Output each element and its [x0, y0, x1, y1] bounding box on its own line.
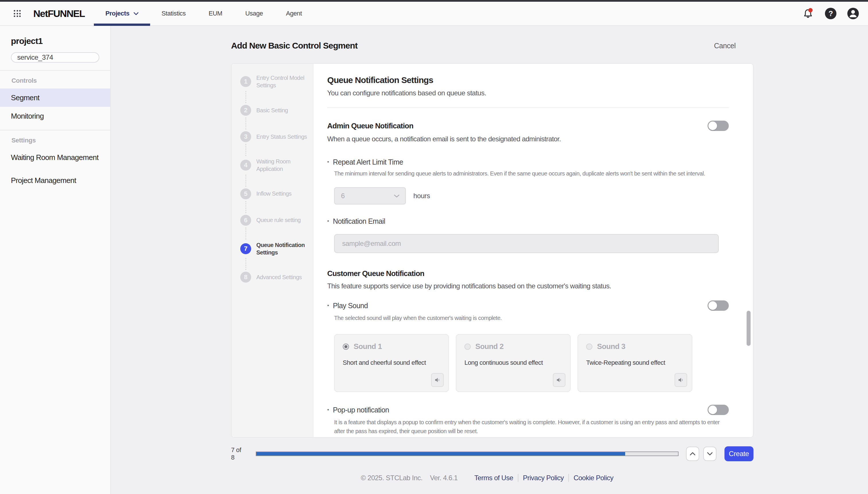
sound-2-radio[interactable] — [465, 343, 471, 350]
step-1-entry-control-model-settings[interactable]: 1 Entry Control Model Settings — [240, 74, 313, 89]
sidebar-item-label: Monitoring — [11, 112, 44, 121]
chevron-up-icon — [690, 452, 695, 456]
service-selector[interactable]: service_374 — [11, 52, 99, 63]
footer-links: Terms of Use Privacy Policy Cookie Polic… — [470, 474, 618, 482]
step-7-queue-notification-settings[interactable]: 7 Queue Notification Settings — [240, 241, 313, 256]
step-circle: 6 — [240, 215, 251, 226]
user-avatar-icon[interactable] — [847, 7, 860, 20]
sound-2-preview-button[interactable] — [553, 373, 566, 387]
sound-option-3[interactable]: Sound 3 Twice-Repeating sound effect — [577, 334, 692, 392]
nav-item-eum[interactable]: EUM — [197, 2, 234, 25]
step-circle: 1 — [240, 76, 251, 87]
sidebar-section-controls: Controls — [12, 77, 110, 84]
apps-grid-icon[interactable] — [11, 7, 23, 20]
sidebar-divider — [0, 70, 110, 71]
terms-of-use-link[interactable]: Terms of Use — [470, 474, 517, 482]
step-6-queue-rule-setting[interactable]: 6 Queue rule setting — [240, 215, 313, 226]
sidebar-divider — [0, 130, 110, 130]
step-circle: 8 — [240, 272, 251, 283]
nav-item-label: Statistics — [162, 10, 186, 17]
sidebar-item-project-management[interactable]: Project Management — [0, 171, 110, 190]
repeat-alert-limit-time-label: Repeat Alert Limit Time — [327, 158, 729, 166]
sound-1-radio[interactable] — [343, 343, 349, 350]
nav-item-usage[interactable]: Usage — [234, 2, 275, 25]
sound-1-preview-button[interactable] — [431, 373, 444, 387]
copyright: © 2025. STCLab Inc. — [361, 474, 422, 482]
popup-notification-helper: It is a feature that displays a popup to… — [334, 418, 726, 436]
popup-notification-label: Pop-up notification — [327, 406, 389, 414]
step-circle: 5 — [240, 188, 251, 199]
speaker-icon — [677, 377, 684, 383]
nav-item-label: Agent — [286, 10, 302, 17]
step-label: Basic Setting — [256, 107, 310, 114]
sidebar-item-label: Segment — [11, 93, 39, 102]
wizard-card: 1 Entry Control Model Settings 2 Basic S… — [231, 63, 753, 438]
nav-item-label: Projects — [105, 10, 130, 17]
top-navigation: NetFUNNEL Projects Statistics EUM Usage … — [0, 2, 868, 26]
sidebar-item-monitoring[interactable]: Monitoring — [0, 107, 110, 125]
step-8-advanced-settings[interactable]: 8 Advanced Settings — [240, 272, 313, 283]
sound-3-preview-button[interactable] — [674, 373, 687, 387]
cancel-button[interactable]: Cancel — [714, 42, 736, 50]
nav-item-projects[interactable]: Projects — [94, 2, 150, 25]
next-step-button[interactable] — [703, 446, 716, 461]
sidebar-item-segment[interactable]: Segment — [0, 89, 110, 107]
admin-queue-notification-toggle[interactable] — [708, 121, 729, 131]
page-footer: © 2025. STCLab Inc. Ver. 4.6.1 Terms of … — [111, 474, 868, 482]
step-connector — [245, 91, 313, 103]
create-button[interactable]: Create — [725, 446, 753, 461]
section-subheading: You can configure notifications based on… — [327, 89, 729, 97]
step-circle: 2 — [240, 105, 251, 116]
nav-item-agent[interactable]: Agent — [274, 2, 313, 25]
popup-notification-toggle[interactable] — [708, 405, 729, 415]
sound-option-2[interactable]: Sound 2 Long continuous sound effect — [456, 334, 571, 392]
page-title: Add New Basic Control Segment — [231, 41, 358, 51]
popup-notification-field: Pop-up notification It is a feature that… — [327, 405, 729, 436]
step-label: Entry Status Settings — [256, 133, 310, 140]
notification-bell-icon[interactable] — [802, 7, 815, 20]
sound-name: Sound 3 — [597, 342, 625, 351]
wizard-stepper: 1 Entry Control Model Settings 2 Basic S… — [232, 64, 313, 437]
sidebar-section-settings: Settings — [12, 137, 110, 144]
step-2-basic-setting[interactable]: 2 Basic Setting — [240, 105, 313, 116]
sound-option-1[interactable]: Sound 1 Short and cheerful sound effect — [334, 334, 449, 392]
step-3-entry-status-settings[interactable]: 3 Entry Status Settings — [240, 131, 313, 142]
notification-email-input[interactable] — [334, 234, 719, 253]
chevron-down-icon — [134, 12, 139, 15]
repeat-alert-limit-time-helper: The minimum interval for sending queue a… — [334, 169, 726, 178]
customer-queue-notification-section: Customer Queue Notification This feature… — [327, 269, 729, 436]
card-scrollbar-thumb[interactable] — [747, 311, 751, 346]
apps-grid-glyph — [14, 10, 21, 17]
play-sound-helper: The selected sound will play when the cu… — [334, 314, 726, 323]
repeat-alert-hours-select[interactable]: 6 — [334, 187, 406, 205]
step-connector — [245, 175, 313, 187]
cookie-policy-link[interactable]: Cookie Policy — [568, 474, 618, 482]
section-divider — [327, 108, 729, 108]
previous-step-button[interactable] — [686, 446, 699, 461]
brand-logo[interactable]: NetFUNNEL — [33, 8, 85, 19]
step-circle: 7 — [240, 243, 251, 254]
step-5-inflow-settings[interactable]: 5 Inflow Settings — [240, 188, 313, 199]
sidebar-item-waiting-room-management[interactable]: Waiting Room Management — [0, 148, 110, 167]
repeat-alert-limit-time-field: Repeat Alert Limit Time The minimum inte… — [327, 158, 729, 205]
step-label: Queue Notification Settings — [256, 241, 310, 256]
step-circle: 3 — [240, 131, 251, 142]
play-sound-toggle[interactable] — [708, 300, 729, 311]
customer-queue-notification-title: Customer Queue Notification — [327, 269, 729, 278]
step-4-waiting-room-application[interactable]: 4 Waiting Room Application — [240, 158, 313, 173]
progress-label: 7 of 8 — [231, 446, 246, 461]
sidebar-item-label: Project Management — [11, 176, 76, 185]
step-label: Queue rule setting — [256, 216, 310, 224]
sound-3-radio[interactable] — [586, 343, 592, 350]
sidebar: project1 service_374 Controls Segment Mo… — [0, 26, 111, 494]
step-label: Entry Control Model Settings — [256, 74, 310, 89]
hours-unit-label: hours — [413, 192, 430, 200]
step-label: Waiting Room Application — [256, 158, 310, 173]
privacy-policy-link[interactable]: Privacy Policy — [518, 474, 568, 482]
sound-description: Long continuous sound effect — [465, 359, 562, 366]
chevron-down-icon — [394, 194, 399, 197]
step-connector — [245, 117, 313, 130]
help-icon[interactable]: ? — [824, 7, 837, 20]
nav-active-underline — [94, 23, 150, 26]
nav-item-statistics[interactable]: Statistics — [150, 2, 197, 25]
